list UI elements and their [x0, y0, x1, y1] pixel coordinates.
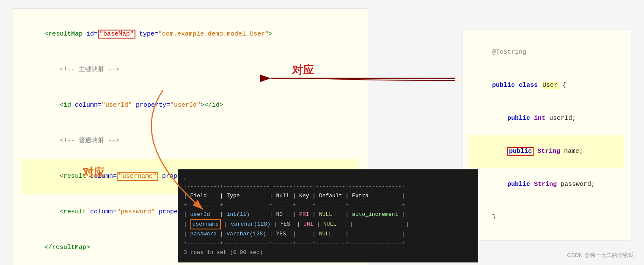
- comment-normal: <!-- 普通映射 -->: [44, 137, 119, 144]
- db-footer: 3 rows in set (0.00 sec): [184, 248, 472, 257]
- attr-property-userid: property=: [132, 102, 170, 109]
- extra-col: Extra: [352, 193, 398, 199]
- duiying-label-1: 对应: [292, 63, 314, 77]
- db-separator-1: +----------+--------------+------+-----+…: [184, 182, 472, 191]
- attr-type: type=: [135, 30, 158, 38]
- attr-column-userid: column=: [75, 102, 102, 109]
- public-kw2: public: [492, 115, 534, 122]
- right-code-panel: @ToString public class User { public int…: [462, 30, 631, 240]
- null-col: Null: [276, 193, 289, 199]
- code-line-3: <id column="userId" property="userId"></…: [22, 88, 359, 123]
- class-name: User: [542, 82, 559, 89]
- password-field: password;: [557, 181, 595, 188]
- db-userid-row: | userId | int(11) | NO | PRI | NULL | a…: [184, 210, 472, 219]
- db-password-row: | password | varchar(128) | YES | | NULL…: [184, 229, 472, 239]
- field-col: Field: [190, 193, 217, 199]
- db-table: , +----------+--------------+------+----…: [178, 169, 478, 262]
- prop-userid-val: "userId": [170, 102, 201, 109]
- db-username-row: | username | varchar(128) | YES | UNI | …: [184, 219, 472, 229]
- class-decl-line: public class User {: [469, 69, 624, 102]
- userid-field: userId;: [545, 115, 576, 122]
- public-kw: public: [492, 82, 519, 89]
- db-separator-3: +----------+--------------+------+-----+…: [184, 239, 472, 248]
- username-default: NULL: [323, 221, 347, 227]
- password-field-line: public String password;: [469, 168, 624, 201]
- username-field-db: username: [190, 219, 221, 229]
- userid-field-line: public int userId;: [469, 102, 624, 135]
- password-null: YES: [276, 231, 289, 237]
- public-kw3: public: [492, 148, 537, 155]
- password-type: varchar(128): [226, 231, 266, 237]
- comment-pk: <!-- 主键映射 -->: [44, 66, 119, 73]
- col-pass-val: "password": [117, 208, 155, 215]
- userid-field-db: userId: [190, 211, 217, 218]
- tag-resultmap-close: </resultMap>: [44, 244, 90, 251]
- brace-close: }: [492, 214, 496, 221]
- code-line-4: <!-- 普通映射 -->: [22, 123, 359, 159]
- brace-open: {: [559, 82, 566, 89]
- name-field: name;: [560, 148, 583, 155]
- tag-result2-open: <result: [44, 208, 90, 215]
- tag-id: <id: [44, 102, 75, 109]
- username-type: varchar(128): [231, 221, 270, 227]
- tag-resultmap-open: <resultMap: [44, 30, 86, 38]
- userid-extra: auto_increment: [352, 211, 398, 218]
- annotation-line: @ToString: [469, 36, 624, 69]
- attr-id: id=: [86, 30, 98, 38]
- key-col: Key: [299, 193, 309, 199]
- code-line-1: <resultMap id="baseMap" type="com.exampl…: [22, 17, 359, 52]
- username-key: UNI: [303, 221, 313, 227]
- password-field-db: password: [190, 231, 217, 237]
- watermark: CSDN @独一无二的哈密瓜: [567, 251, 634, 259]
- brace-close-line: }: [469, 201, 624, 234]
- tostring-anno: @ToString: [492, 49, 526, 56]
- int-kw: int: [534, 115, 545, 122]
- db-sep-top: ,: [184, 173, 472, 182]
- userid-null: NO: [276, 211, 289, 218]
- default-col: Default: [319, 193, 342, 199]
- col-userid-val: "userId": [102, 102, 132, 109]
- db-table-inner: , +----------+--------------+------+----…: [178, 169, 478, 262]
- column-username-value: "username": [117, 172, 158, 181]
- main-container: <resultMap id="baseMap" type="com.exampl…: [0, 0, 644, 265]
- attr-column-pass: column=: [90, 208, 117, 215]
- string-kw: String: [537, 148, 560, 155]
- userid-default: NULL: [319, 211, 342, 218]
- tag-id-close: ></id>: [201, 102, 223, 109]
- class-kw: class: [519, 82, 542, 89]
- tag-close: >: [269, 30, 272, 38]
- type-col: Type: [226, 193, 266, 199]
- userid-key: PRI: [299, 211, 309, 218]
- username-null: YES: [280, 221, 293, 227]
- db-separator-2: +----------+--------------+------+-----+…: [184, 201, 472, 210]
- db-header-row: | Field | Type | Null | Key | Default | …: [184, 191, 472, 201]
- basemap-id-value: "baseMap": [98, 30, 135, 39]
- userid-type: int(11): [226, 211, 266, 218]
- password-default: NULL: [319, 231, 342, 237]
- name-field-line: public String name;: [469, 135, 624, 168]
- type-value: "com.example.demo.model.User": [158, 30, 269, 38]
- public-kw4: public: [492, 181, 534, 188]
- duiying-label-2: 对应: [83, 165, 105, 180]
- string-kw2: String: [534, 181, 557, 188]
